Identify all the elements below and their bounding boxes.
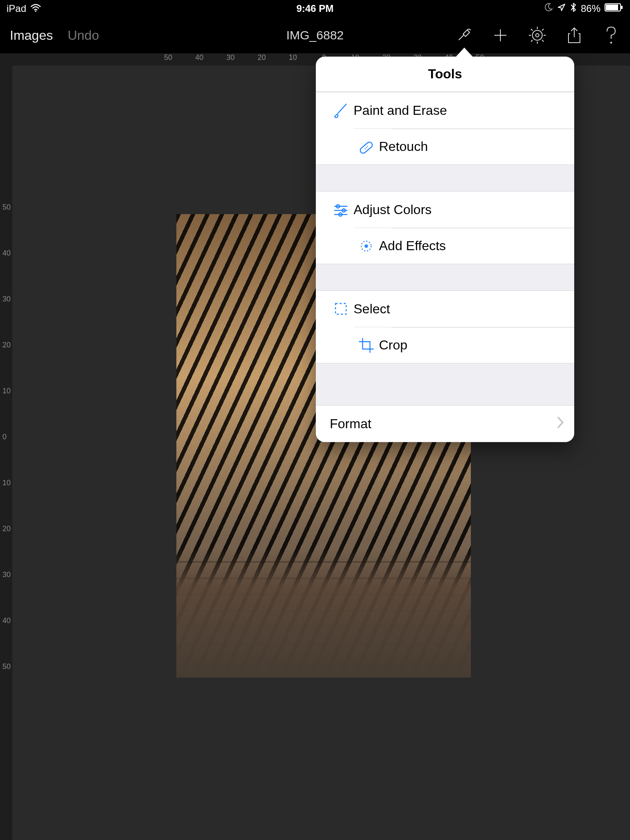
menu-label: Adjust Colors bbox=[354, 202, 574, 217]
ruler-tick: 20 bbox=[2, 341, 11, 349]
svg-rect-16 bbox=[336, 304, 346, 314]
crop-icon bbox=[354, 337, 379, 354]
ruler-tick: 20 bbox=[2, 525, 11, 533]
undo-button[interactable]: Undo bbox=[68, 28, 99, 43]
sparkle-icon bbox=[354, 237, 379, 255]
chevron-right-icon bbox=[557, 416, 564, 432]
ruler-tick: 50 bbox=[2, 203, 11, 212]
svg-point-8 bbox=[365, 148, 365, 149]
ruler-tick: 10 bbox=[289, 53, 297, 62]
ruler-tick: 30 bbox=[2, 295, 11, 304]
menu-label: Crop bbox=[379, 338, 574, 353]
tool-paint-and-erase[interactable]: Paint and Erase bbox=[316, 92, 574, 128]
tool-adjust-colors[interactable]: Adjust Colors bbox=[316, 192, 574, 228]
app-toolbar: Images Undo IMG_6882 bbox=[0, 17, 630, 53]
wifi-icon bbox=[30, 3, 41, 14]
ruler-tick: 40 bbox=[2, 616, 11, 625]
location-icon bbox=[557, 3, 566, 14]
help-button[interactable] bbox=[602, 26, 620, 44]
tool-crop[interactable]: Crop bbox=[354, 327, 574, 363]
device-label: iPad bbox=[7, 3, 26, 14]
settings-button[interactable] bbox=[528, 26, 546, 44]
sliders-icon bbox=[328, 201, 354, 218]
battery-icon bbox=[605, 3, 623, 14]
vertical-ruler: 50 40 30 20 10 0 10 20 30 40 50 bbox=[0, 66, 12, 840]
ruler-tick: 20 bbox=[258, 53, 266, 62]
menu-label: Add Effects bbox=[379, 238, 574, 253]
svg-point-5 bbox=[536, 34, 539, 37]
svg-rect-3 bbox=[621, 6, 623, 9]
menu-label: Retouch bbox=[379, 139, 574, 154]
tool-add-effects[interactable]: Add Effects bbox=[354, 228, 574, 264]
menu-label: Paint and Erase bbox=[354, 103, 574, 118]
ruler-tick: 0 bbox=[2, 433, 7, 441]
ruler-tick: 40 bbox=[195, 53, 203, 62]
bluetooth-icon bbox=[570, 2, 577, 15]
paintbrush-icon bbox=[328, 102, 354, 119]
svg-point-10 bbox=[366, 147, 367, 148]
images-button[interactable]: Images bbox=[10, 28, 53, 43]
selection-icon bbox=[328, 300, 354, 317]
svg-rect-2 bbox=[606, 5, 618, 10]
ruler-tick: 50 bbox=[164, 53, 172, 62]
svg-point-9 bbox=[367, 146, 368, 146]
svg-point-0 bbox=[35, 10, 37, 12]
ruler-tick: 30 bbox=[2, 571, 11, 579]
tools-popover: Tools Paint and Erase Retouch Adjust Col… bbox=[316, 57, 574, 442]
popover-arrow bbox=[455, 48, 473, 57]
menu-label: Format bbox=[330, 416, 557, 431]
tools-button[interactable] bbox=[454, 26, 472, 44]
bandage-icon bbox=[354, 138, 379, 155]
moon-icon bbox=[544, 3, 553, 14]
ruler-tick: 30 bbox=[226, 53, 235, 62]
tool-select[interactable]: Select bbox=[316, 291, 574, 327]
ruler-tick: 50 bbox=[2, 662, 11, 671]
menu-label: Select bbox=[354, 301, 574, 317]
share-button[interactable] bbox=[565, 26, 583, 44]
ruler-tick: 10 bbox=[2, 387, 11, 395]
popover-title: Tools bbox=[316, 57, 574, 92]
ruler-tick: 10 bbox=[2, 479, 11, 487]
add-button[interactable] bbox=[491, 26, 509, 44]
tool-retouch[interactable]: Retouch bbox=[354, 128, 574, 164]
svg-point-4 bbox=[532, 30, 542, 40]
tool-format[interactable]: Format bbox=[316, 406, 574, 442]
status-bar: iPad 9:46 PM 86% bbox=[0, 0, 630, 17]
ruler-tick: 40 bbox=[2, 249, 11, 258]
document-title: IMG_6882 bbox=[286, 28, 344, 42]
battery-label: 86% bbox=[581, 3, 600, 14]
clock: 9:46 PM bbox=[297, 3, 334, 14]
svg-point-6 bbox=[610, 42, 612, 43]
